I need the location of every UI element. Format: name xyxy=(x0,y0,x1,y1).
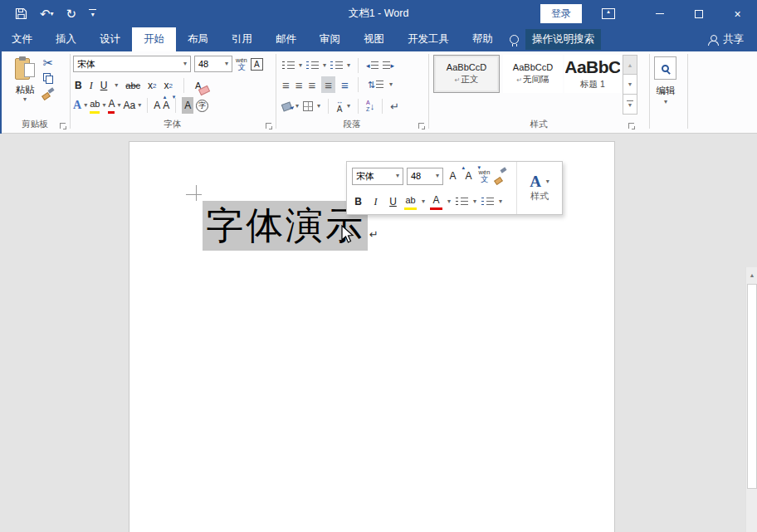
mini-underline-button[interactable]: U xyxy=(387,193,399,210)
shading-button[interactable] xyxy=(282,98,291,115)
bullets-button[interactable] xyxy=(282,61,295,71)
borders-button[interactable] xyxy=(303,98,313,115)
vertical-scrollbar[interactable]: ▲ ▼ xyxy=(745,267,757,532)
line-spacing-button[interactable]: ⇅ xyxy=(368,76,383,93)
maximize-button[interactable] xyxy=(679,0,718,27)
tell-me-search[interactable]: 操作说明搜索 xyxy=(510,27,601,51)
tab-insert[interactable]: 插入 xyxy=(44,27,88,51)
mini-numbering-button[interactable] xyxy=(481,197,494,207)
mini-highlight-button[interactable]: ab xyxy=(404,193,417,210)
mini-styles-button[interactable]: A ▾ 样式 xyxy=(516,162,562,214)
text-effects-button[interactable]: A xyxy=(73,97,81,114)
text-highlight-button[interactable]: ab xyxy=(90,97,100,114)
mini-grow-font-button[interactable]: A▴ xyxy=(447,168,459,184)
font-color-button[interactable]: A xyxy=(108,97,115,114)
highlight-caret-icon[interactable]: ▾ xyxy=(102,102,105,109)
distributed-button[interactable]: ≡ xyxy=(341,76,349,93)
show-formatting-marks-button[interactable]: ↵ xyxy=(390,98,399,115)
tell-me-label[interactable]: 操作说明搜索 xyxy=(525,29,601,50)
tab-help[interactable]: 帮助 xyxy=(461,27,505,51)
cut-button[interactable]: ✂ xyxy=(43,56,54,69)
align-center-button[interactable]: ≡ xyxy=(295,76,303,93)
align-right-button[interactable]: ≡ xyxy=(309,76,316,93)
borders-caret-icon[interactable]: ▾ xyxy=(317,103,320,110)
character-scaling-caret-icon[interactable]: ▾ xyxy=(347,103,350,110)
close-button[interactable]: × xyxy=(718,0,757,27)
font-name-combo[interactable]: 宋体 ▾ xyxy=(73,56,191,72)
tab-review[interactable]: 审阅 xyxy=(308,27,352,51)
styles-scroll-down-button[interactable]: ▼ xyxy=(623,75,637,95)
tab-references[interactable]: 引用 xyxy=(220,27,264,51)
font-color-caret-icon[interactable]: ▾ xyxy=(117,102,120,109)
bullets-caret-icon[interactable]: ▾ xyxy=(299,62,302,69)
shading-caret-icon[interactable]: ▾ xyxy=(295,103,299,110)
sort-button[interactable]: AZ ↓ xyxy=(366,98,374,115)
change-case-button[interactable]: Aa xyxy=(123,97,135,114)
shrink-font-button[interactable]: A▾ xyxy=(163,97,169,114)
format-painter-button[interactable] xyxy=(42,88,55,100)
share-button[interactable]: 共享 xyxy=(708,27,757,51)
mini-font-size-caret-icon[interactable]: ▾ xyxy=(436,173,439,179)
styles-gallery-more-button[interactable]: ▼ xyxy=(623,95,637,115)
numbering-caret-icon[interactable]: ▾ xyxy=(323,62,326,69)
style-card-normal[interactable]: AaBbCcD ↵正文 xyxy=(433,55,500,93)
copy-button[interactable] xyxy=(43,73,53,84)
mini-format-painter-button[interactable] xyxy=(494,168,507,184)
character-scaling-button[interactable]: ↔A xyxy=(336,98,343,115)
numbering-button[interactable] xyxy=(306,61,319,71)
bold-button[interactable]: B xyxy=(75,77,82,94)
justify-button[interactable]: ≡ xyxy=(321,76,335,93)
tab-view[interactable]: 视图 xyxy=(352,27,396,51)
paste-button[interactable]: 粘贴 ▾ xyxy=(7,56,43,103)
paste-dropdown-caret-icon[interactable]: ▾ xyxy=(23,96,27,103)
tab-design[interactable]: 设计 xyxy=(88,27,132,51)
mini-bullets-caret-icon[interactable]: ▾ xyxy=(473,198,476,205)
scrollbar-up-button[interactable]: ▲ xyxy=(746,268,757,282)
increase-indent-button[interactable]: ▸ xyxy=(383,57,395,74)
underline-caret-icon[interactable]: ▾ xyxy=(115,82,118,89)
superscript-button[interactable]: x2 xyxy=(164,77,173,94)
customize-quick-access-button[interactable]: ▾ xyxy=(89,9,96,18)
edit-caret-icon[interactable]: ▾ xyxy=(649,98,682,105)
mini-bold-button[interactable]: B xyxy=(352,193,364,210)
style-card-no-spacing[interactable]: AaBbCcD ↵无间隔 xyxy=(503,55,563,93)
grow-font-button[interactable]: A▴ xyxy=(154,97,160,114)
paragraph-dialog-launcher[interactable] xyxy=(418,123,424,129)
mini-shrink-font-button[interactable]: A▾ xyxy=(462,168,475,184)
style-card-heading1[interactable]: AaBbC 标题 1 xyxy=(564,55,621,93)
strikethrough-button[interactable]: abc xyxy=(125,77,140,94)
line-spacing-caret-icon[interactable]: ▾ xyxy=(389,81,393,88)
redo-button[interactable]: ↻ xyxy=(66,7,77,20)
change-case-caret-icon[interactable]: ▾ xyxy=(138,102,141,109)
undo-button[interactable]: ↶ ▾ xyxy=(40,7,54,20)
text-effects-caret-icon[interactable]: ▾ xyxy=(84,102,87,109)
mini-font-name-caret-icon[interactable]: ▾ xyxy=(396,173,399,179)
mini-font-color-caret-icon[interactable]: ▾ xyxy=(447,198,451,205)
tab-developer[interactable]: 开发工具 xyxy=(396,27,461,51)
mini-italic-button[interactable]: I xyxy=(369,193,382,210)
mini-bullets-button[interactable] xyxy=(456,197,468,207)
italic-button[interactable]: I xyxy=(90,77,93,94)
styles-dialog-launcher[interactable] xyxy=(628,123,634,129)
minimize-button[interactable] xyxy=(640,0,679,27)
tab-mailings[interactable]: 邮件 xyxy=(264,27,308,51)
edit-group-button-label[interactable]: 编辑 xyxy=(649,85,682,97)
mini-highlight-caret-icon[interactable]: ▾ xyxy=(422,198,425,205)
underline-button[interactable]: U xyxy=(100,77,108,94)
tab-home[interactable]: 开始 xyxy=(132,27,176,51)
scrollbar-thumb[interactable] xyxy=(747,284,757,489)
clipboard-dialog-launcher[interactable] xyxy=(60,123,66,129)
mini-styles-caret-icon[interactable]: ▾ xyxy=(546,178,549,185)
mini-font-name-combo[interactable]: 宋体 ▾ xyxy=(352,168,403,185)
login-button[interactable]: 登录 xyxy=(540,4,582,23)
enclose-characters-button[interactable]: 字 xyxy=(196,100,208,112)
tab-file[interactable]: 文件 xyxy=(0,27,44,51)
clear-formatting-button[interactable]: A xyxy=(195,77,204,94)
font-dialog-launcher[interactable] xyxy=(266,123,271,129)
mini-numbering-caret-icon[interactable]: ▾ xyxy=(499,198,502,205)
find-button[interactable] xyxy=(654,56,676,80)
character-shading-button[interactable]: A xyxy=(182,97,193,114)
multilevel-list-button[interactable] xyxy=(330,61,343,71)
character-border-button[interactable]: A xyxy=(251,58,263,71)
font-name-caret-icon[interactable]: ▾ xyxy=(183,61,187,67)
